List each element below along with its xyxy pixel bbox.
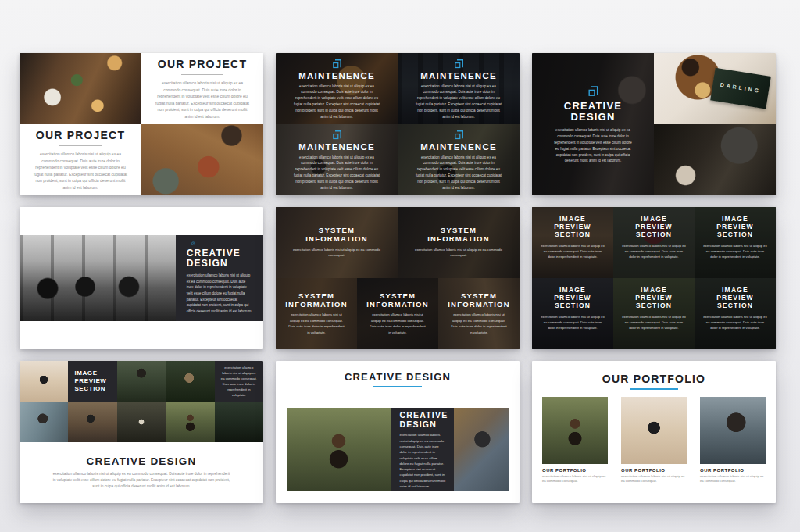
tile-body: exercitation ullamco laboris nisi ut ali… (287, 312, 346, 335)
photo-portrait-bw: IMAGE PREVIEW SECTION exercitation ullam… (532, 278, 613, 349)
slide-title: OUR PROJECT (36, 129, 125, 141)
photo-portrait-ivy: IMAGE PREVIEW SECTION exercitation ullam… (695, 207, 776, 278)
photo-cafe-blur: MAINTENENCE exercitation ullamco laboris… (398, 124, 520, 195)
portfolio-card: OUR PORTFOLIO exercitation ullamco labor… (542, 397, 608, 484)
card-body: exercitation ullamco laboris nisi ut ali… (700, 474, 766, 484)
photo-photographer (20, 361, 68, 402)
tile-title: SYSTEM INFORMATION (448, 292, 510, 309)
crop-logo-icon (331, 58, 343, 70)
photo-man-forest (166, 361, 214, 402)
tile-body: exercitation ullamco laboris nisi ut ali… (291, 155, 382, 191)
photo-typewriter-desk (654, 124, 776, 195)
tile-body: exercitation ullamco laboris nisi ut ali… (703, 243, 767, 259)
block-title: IMAGE PREVIEW SECTION (74, 370, 110, 393)
slides-board: OUR PROJECT exercitation ullamco laboris… (20, 53, 776, 503)
crop-logo-icon (453, 129, 465, 141)
slide-our-portfolio: OUR PORTFOLIO OUR PORTFOLIO exercitation… (532, 361, 776, 503)
photo-portrait-field: IMAGE PREVIEW SECTION exercitation ullam… (613, 278, 695, 349)
tile-title: SYSTEM INFORMATION (294, 227, 380, 244)
photo-cafe-interior: SYSTEM INFORMATION exercitation ullamco … (276, 207, 398, 278)
title-divider (59, 145, 102, 146)
slide-image-preview-band: IMAGE PREVIEW SECTION exercitation ullam… (20, 361, 263, 503)
slide-title: OUR PROJECT (158, 58, 247, 70)
photo-portrait-forest: IMAGE PREVIEW SECTION exercitation ullam… (695, 278, 776, 349)
photo-shelves: SYSTEM INFORMATION exercitation ullamco … (438, 278, 520, 349)
photo-woman-street (700, 397, 766, 464)
portfolio-card: OUR PORTFOLIO exercitation ullamco labor… (700, 397, 766, 484)
panel-title: CREATIVE DESIGN (399, 411, 448, 429)
photo-desk-topdown (20, 53, 141, 124)
card-body: exercitation ullamco laboris nisi ut ali… (542, 474, 608, 484)
tile-body: exercitation ullamco laboris nisi ut ali… (703, 314, 767, 330)
slide-creative-design-split: CREATIVE DESIGN exercitation ullamco lab… (532, 53, 776, 195)
slide-maintenence: MAINTENENCE exercitation ullamco laboris… (276, 53, 520, 195)
body-text: exercitation ullamco laboris nisi ut ali… (32, 151, 129, 191)
tile-body: exercitation ullamco laboris nisi ut ali… (541, 243, 605, 259)
photo-cornfield-hat (542, 397, 608, 464)
tile-title: MAINTENENCE (298, 71, 375, 80)
title-divider (373, 386, 422, 387)
tile-title: MAINTENENCE (420, 142, 497, 152)
our-project-panel-top: OUR PROJECT exercitation ullamco laboris… (141, 53, 263, 124)
tile-body: exercitation ullamco laboris nisi ut ali… (449, 312, 509, 335)
photo-cornfield-hat (166, 402, 214, 442)
tile-title: MAINTENENCE (420, 71, 497, 80)
photo-woman-portrait (117, 361, 166, 402)
tile-body: exercitation ullamco laboris nisi ut ali… (413, 155, 504, 191)
tile-title: MAINTENENCE (298, 142, 375, 152)
creative-design-panel: CREATIVE DESIGN exercitation ullamco lab… (391, 408, 454, 491)
tile-body: exercitation ullamco laboris nisi ut ali… (409, 247, 509, 259)
crop-logo-icon (187, 241, 199, 245)
slide-title: CREATIVE DESIGN (345, 371, 451, 383)
tile-title: IMAGE PREVIEW SECTION (623, 215, 685, 239)
card-body: exercitation ullamco laboris nisi ut ali… (621, 474, 687, 484)
tile-body: exercitation ullamco laboris nisi ut ali… (541, 314, 605, 330)
photo-portrait-redhead: IMAGE PREVIEW SECTION exercitation ullam… (613, 207, 695, 278)
tile-title: CREATIVE DESIGN (558, 101, 628, 123)
slide-title: OUR PORTFOLIO (602, 373, 705, 385)
card-title: OUR PORTFOLIO (542, 468, 608, 473)
tile-title: SYSTEM INFORMATION (416, 227, 502, 244)
tile-title: IMAGE PREVIEW SECTION (541, 286, 604, 310)
panel-body: exercitation ullamco laboris nisi ut ali… (399, 432, 445, 489)
photo-woman-fence (20, 402, 68, 442)
slide-creative-design-band: CREATIVE DESIGN exercitation ullamco lab… (20, 207, 263, 349)
photo-journal-leaves (141, 124, 263, 195)
slide-our-project: OUR PROJECT exercitation ullamco laboris… (20, 53, 263, 195)
photo-man-vintage-camera (454, 408, 509, 491)
photo-photographer-dslr (621, 397, 687, 464)
title-divider (181, 74, 223, 75)
tile-body: exercitation ullamco laboris nisi ut ali… (368, 312, 427, 335)
tile-title: IMAGE PREVIEW SECTION (623, 286, 685, 310)
photo-dark-lamp: SYSTEM INFORMATION exercitation ullamco … (398, 207, 520, 278)
crop-logo-icon (587, 84, 600, 98)
photo-dark-room: SYSTEM INFORMATION exercitation ullamco … (357, 278, 438, 349)
creative-design-panel: CREATIVE DESIGN exercitation ullamco lab… (176, 235, 263, 320)
portfolio-card: OUR PORTFOLIO exercitation ullamco labor… (621, 397, 687, 484)
panel-title: CREATIVE DESIGN (187, 248, 252, 269)
photo-industrial: MAINTENENCE exercitation ullamco laboris… (398, 53, 520, 124)
panel-body: exercitation ullamco laboris nisi ut ali… (187, 273, 252, 314)
tile-body: exercitation ullamco laboris nisi ut ali… (552, 127, 634, 164)
image-preview-title-block: IMAGE PREVIEW SECTION (68, 361, 116, 402)
body-text: exercitation ullamco laboris nisi ut ali… (154, 80, 251, 120)
magazine-cover: DARLING (710, 67, 770, 109)
tile-body: exercitation ullamco laboris nisi ut ali… (291, 84, 382, 120)
photo-workshop: MAINTENENCE exercitation ullamco laboris… (276, 124, 398, 195)
tile-title: IMAGE PREVIEW SECTION (704, 215, 766, 239)
photo-counter: SYSTEM INFORMATION exercitation ullamco … (276, 278, 357, 349)
tile-title: SYSTEM INFORMATION (285, 292, 348, 309)
card-title: OUR PORTFOLIO (621, 468, 687, 473)
photo-forest-river (215, 402, 263, 442)
tile-body: exercitation ullamco laboris nisi ut ali… (622, 314, 686, 330)
photo-man-camera (68, 402, 116, 442)
creative-design-footer: CREATIVE DESIGN exercitation ullamco lab… (20, 442, 263, 503)
tile-title: IMAGE PREVIEW SECTION (541, 215, 604, 239)
photo-girl-forest (117, 402, 166, 442)
card-title: OUR PORTFOLIO (700, 468, 766, 473)
photo-dark-interior: CREATIVE DESIGN exercitation ullamco lab… (532, 53, 654, 195)
crop-logo-icon (453, 58, 465, 70)
photo-cornfield-hat (287, 408, 391, 491)
photo-breakfast-tray: DARLING (654, 53, 776, 124)
block-body: exercitation ullamco laboris nisi ut ali… (221, 365, 257, 398)
